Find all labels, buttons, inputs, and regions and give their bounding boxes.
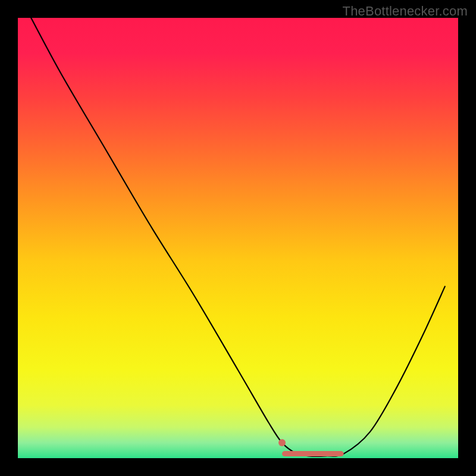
highlight-bar bbox=[282, 451, 344, 456]
gradient-background bbox=[18, 18, 458, 458]
plot-area bbox=[18, 18, 458, 458]
watermark-text: TheBottlenecker.com bbox=[343, 4, 468, 19]
chart-svg bbox=[18, 18, 458, 458]
highlight-dot bbox=[278, 439, 286, 446]
